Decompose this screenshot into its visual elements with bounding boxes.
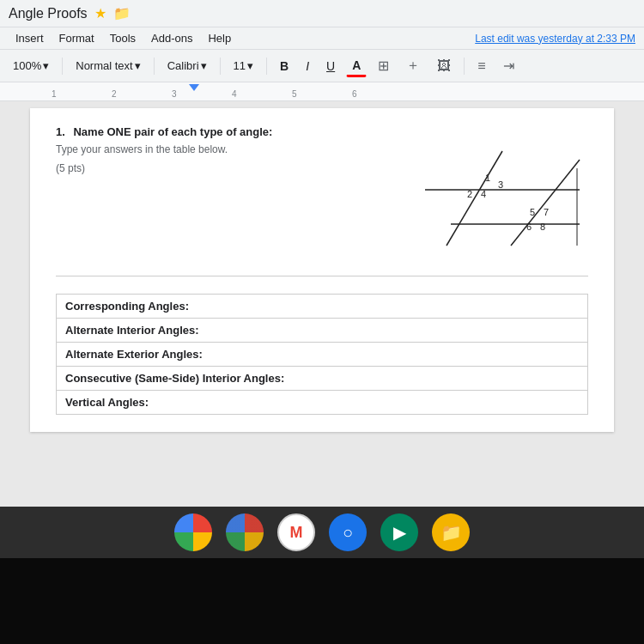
table-row: Alternate Interior Angles: bbox=[57, 319, 588, 343]
menu-bar: Insert Format Tools Add-ons Help Last ed… bbox=[0, 27, 644, 50]
bold-button[interactable]: B bbox=[274, 56, 295, 76]
table-row: Consecutive (Same-Side) Interior Angles: bbox=[57, 367, 588, 391]
ruler: 1 2 3 4 5 6 bbox=[0, 82, 644, 101]
folder-icon[interactable]: 📁 bbox=[113, 5, 131, 21]
font-color-button[interactable]: A bbox=[346, 55, 367, 77]
menu-help[interactable]: Help bbox=[201, 29, 238, 47]
image-icon[interactable]: 🖼 bbox=[431, 55, 457, 77]
angle-label-5: 5 bbox=[530, 207, 535, 217]
question-points: (5 pts) bbox=[56, 162, 382, 174]
ruler-mark-2: 2 bbox=[112, 89, 117, 99]
taskbar: M ○ ▶ 📁 bbox=[0, 507, 644, 558]
menu-tools[interactable]: Tools bbox=[103, 29, 143, 47]
indent-icon[interactable]: ⇥ bbox=[497, 54, 520, 77]
document-title: Angle Proofs bbox=[9, 6, 88, 21]
table-row: Corresponding Angles: bbox=[57, 295, 588, 319]
ruler-indent-marker[interactable] bbox=[189, 84, 199, 91]
menu-insert[interactable]: Insert bbox=[9, 29, 51, 47]
svg-line-3 bbox=[511, 160, 580, 246]
style-value: Normal text bbox=[76, 59, 132, 72]
menu-addons[interactable]: Add-ons bbox=[144, 29, 199, 47]
answer-table: Corresponding Angles: Alternate Interior… bbox=[56, 294, 588, 415]
angle-label-1: 1 bbox=[485, 173, 490, 183]
dock-files[interactable]: ○ bbox=[329, 513, 367, 551]
toolbar-divider-3 bbox=[220, 58, 221, 75]
font-size-dropdown-icon: ▾ bbox=[247, 59, 253, 72]
font-select[interactable]: Calibri ▾ bbox=[161, 56, 213, 76]
font-value: Calibri bbox=[167, 59, 199, 72]
question-section: 1. Name ONE pair of each type of angle: … bbox=[56, 125, 588, 276]
ruler-mark-1: 1 bbox=[52, 89, 57, 99]
link-icon[interactable]: ⊞ bbox=[372, 54, 395, 77]
table-cell-alt-interior[interactable]: Alternate Interior Angles: bbox=[57, 319, 588, 343]
zoom-value: 100% bbox=[13, 59, 41, 72]
dock-chrome-app[interactable] bbox=[226, 513, 264, 551]
zoom-dropdown-icon: ▾ bbox=[43, 59, 49, 72]
comment-icon[interactable]: ＋ bbox=[400, 53, 426, 78]
font-dropdown-icon: ▾ bbox=[201, 59, 207, 72]
ruler-mark-3: 3 bbox=[172, 89, 177, 99]
question-number: 1. bbox=[56, 125, 65, 138]
toolbar: 100% ▾ Normal text ▾ Calibri ▾ 11 ▾ B I … bbox=[0, 50, 644, 82]
angle-label-6: 6 bbox=[526, 222, 532, 232]
angle-label-4: 4 bbox=[481, 189, 486, 199]
document-area: 1. Name ONE pair of each type of angle: … bbox=[0, 101, 644, 439]
star-icon[interactable]: ★ bbox=[94, 5, 106, 21]
last-edit-label: Last edit was yesterday at 2:33 PM bbox=[475, 33, 635, 45]
dock-gmail[interactable]: M bbox=[277, 513, 315, 551]
table-row: Alternate Exterior Angles: bbox=[57, 343, 588, 367]
ruler-mark-6: 6 bbox=[352, 89, 357, 99]
bottom-bezel bbox=[0, 558, 644, 644]
toolbar-divider-2 bbox=[154, 58, 155, 75]
svg-line-2 bbox=[447, 151, 502, 246]
angle-diagram: 1 3 2 4 5 7 6 8 bbox=[399, 125, 588, 263]
table-cell-vertical[interactable]: Vertical Angles: bbox=[57, 391, 588, 415]
toolbar-divider-4 bbox=[266, 58, 267, 75]
zoom-select[interactable]: 100% ▾ bbox=[7, 56, 55, 76]
ruler-mark-5: 5 bbox=[292, 89, 297, 99]
toolbar-divider-5 bbox=[464, 58, 465, 75]
angle-label-7: 7 bbox=[544, 207, 549, 217]
angle-label-3: 3 bbox=[498, 179, 503, 190]
table-cell-corresponding[interactable]: Corresponding Angles: bbox=[57, 295, 588, 319]
dock-chrome[interactable] bbox=[174, 513, 212, 551]
question-text-block: 1. Name ONE pair of each type of angle: … bbox=[56, 125, 382, 263]
angle-diagram-svg: 1 3 2 4 5 7 6 8 bbox=[399, 125, 588, 263]
question-subtitle: Type your answers in the table below. bbox=[56, 143, 382, 155]
font-size-select[interactable]: 11 ▾ bbox=[228, 56, 259, 76]
dock-folder[interactable]: 📁 bbox=[432, 513, 470, 551]
menu-format[interactable]: Format bbox=[52, 29, 101, 47]
table-cell-consecutive[interactable]: Consecutive (Same-Side) Interior Angles: bbox=[57, 367, 588, 391]
align-icon[interactable]: ≡ bbox=[471, 55, 491, 77]
table-cell-alt-exterior[interactable]: Alternate Exterior Angles: bbox=[57, 343, 588, 367]
ruler-mark-4: 4 bbox=[232, 89, 237, 99]
style-dropdown-icon: ▾ bbox=[135, 59, 141, 72]
underline-button[interactable]: U bbox=[320, 56, 341, 76]
angle-label-8: 8 bbox=[540, 222, 545, 232]
dock-play[interactable]: ▶ bbox=[380, 513, 418, 551]
angle-label-2: 2 bbox=[467, 189, 472, 199]
toolbar-divider-1 bbox=[62, 58, 63, 75]
italic-button[interactable]: I bbox=[300, 56, 315, 76]
font-size-value: 11 bbox=[234, 59, 246, 72]
document-page: 1. Name ONE pair of each type of angle: … bbox=[30, 108, 614, 432]
title-bar: Angle Proofs ★ 📁 bbox=[0, 0, 644, 27]
table-row: Vertical Angles: bbox=[57, 391, 588, 415]
style-select[interactable]: Normal text ▾ bbox=[70, 56, 146, 76]
question-title: Name ONE pair of each type of angle: bbox=[73, 125, 272, 138]
